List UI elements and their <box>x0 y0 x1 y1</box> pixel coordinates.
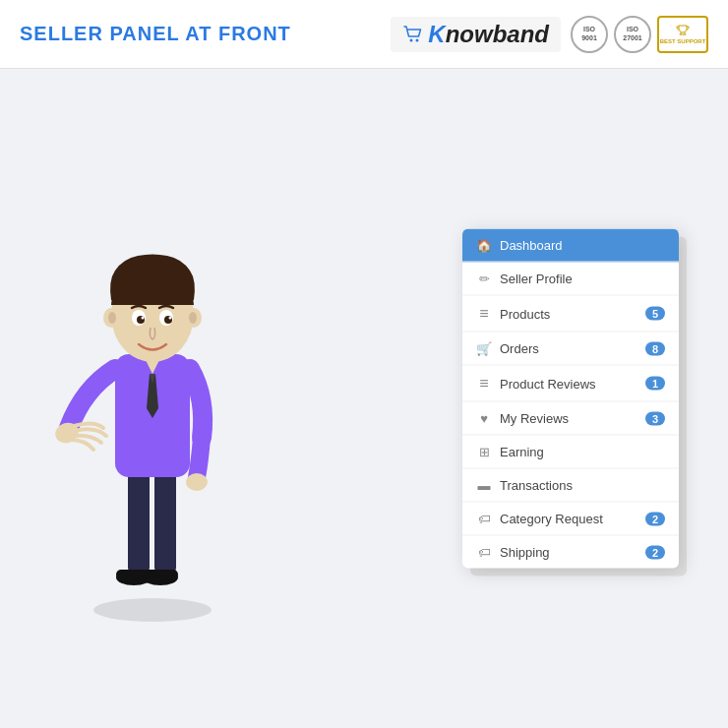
transactions-icon: ▬ <box>476 478 492 493</box>
main-content: 🏠Dashboard✏Seller Profile≡Products5🛒Orde… <box>0 69 728 728</box>
menu-item-label-transactions: Transactions <box>500 478 573 493</box>
svg-point-24 <box>108 312 116 324</box>
character-illustration <box>44 172 261 625</box>
menu-item-shipping[interactable]: 🏷Shipping2 <box>462 536 679 569</box>
best-support-badge: BEST SUPPORT <box>657 16 708 53</box>
svg-point-21 <box>142 317 145 320</box>
menu-item-seller-profile[interactable]: ✏Seller Profile <box>462 263 679 296</box>
products-icon: ≡ <box>476 305 492 323</box>
menu-item-label-my-reviews: My Reviews <box>500 411 569 426</box>
svg-rect-8 <box>143 570 178 579</box>
logo-area: Knowband ISO 9001 ISO 27001 BEST SUPPORT <box>391 16 708 53</box>
svg-point-0 <box>410 38 413 41</box>
menu-item-earning[interactable]: ⊞Earning <box>462 436 679 469</box>
menu-item-badge-shipping: 2 <box>645 545 665 559</box>
svg-rect-4 <box>154 467 176 576</box>
menu-item-left-earning: ⊞Earning <box>476 445 544 459</box>
menu-item-label-products: Products <box>500 306 550 321</box>
seller-panel-card: 🏠Dashboard✏Seller Profile≡Products5🛒Orde… <box>462 229 679 569</box>
menu-item-label-earning: Earning <box>500 445 544 459</box>
menu-item-left-transactions: ▬Transactions <box>476 478 573 493</box>
menu-item-badge-product-reviews: 1 <box>645 377 665 391</box>
menu-item-left-shipping: 🏷Shipping <box>476 545 550 560</box>
menu-item-badge-my-reviews: 3 <box>645 411 665 425</box>
page-title: SELLER PANEL AT FRONT <box>20 23 291 45</box>
menu-item-badge-orders: 8 <box>645 341 665 355</box>
category-request-icon: 🏷 <box>476 512 492 526</box>
menu-item-label-seller-profile: Seller Profile <box>500 272 573 286</box>
menu-item-left-seller-profile: ✏Seller Profile <box>476 272 573 286</box>
logo-k: K <box>428 21 445 48</box>
cart-icon <box>402 24 424 45</box>
iso-badges: ISO 9001 ISO 27001 BEST SUPPORT <box>571 16 708 53</box>
menu-item-label-dashboard: Dashboard <box>500 238 563 253</box>
svg-point-26 <box>189 312 197 324</box>
menu-item-dashboard[interactable]: 🏠Dashboard <box>462 229 679 263</box>
menu-item-left-product-reviews: ≡Product Reviews <box>476 375 596 393</box>
menu-item-label-category-request: Category Request <box>500 512 603 526</box>
shipping-icon: 🏷 <box>476 545 492 560</box>
product-reviews-icon: ≡ <box>476 375 492 393</box>
menu-item-products[interactable]: ≡Products5 <box>462 296 679 333</box>
menu-item-left-products: ≡Products <box>476 305 550 323</box>
menu-item-label-orders: Orders <box>500 341 539 356</box>
earning-icon: ⊞ <box>476 445 492 459</box>
menu-item-badge-products: 5 <box>645 307 665 321</box>
menu-item-label-shipping: Shipping <box>500 545 550 560</box>
trophy-icon <box>676 24 690 37</box>
svg-point-2 <box>93 598 212 622</box>
menu-item-my-reviews[interactable]: ♥My Reviews3 <box>462 402 679 436</box>
svg-point-1 <box>416 38 419 41</box>
header: SELLER PANEL AT FRONT Knowband ISO 9001 … <box>0 0 728 69</box>
iso-9001-badge: ISO 9001 <box>571 16 608 53</box>
svg-rect-3 <box>128 467 150 576</box>
menu-item-badge-category-request: 2 <box>645 512 665 525</box>
menu-item-transactions[interactable]: ▬Transactions <box>462 469 679 503</box>
svg-point-22 <box>169 317 172 320</box>
menu-item-orders[interactable]: 🛒Orders8 <box>462 333 679 366</box>
orders-icon: 🛒 <box>476 341 492 356</box>
menu-item-product-reviews[interactable]: ≡Product Reviews1 <box>462 366 679 402</box>
character-area <box>0 69 305 728</box>
menu-item-label-product-reviews: Product Reviews <box>500 376 596 391</box>
logo-text: nowband <box>446 21 549 48</box>
my-reviews-icon: ♥ <box>476 411 492 426</box>
menu-item-left-dashboard: 🏠Dashboard <box>476 238 563 253</box>
knowband-logo: Knowband <box>391 17 561 52</box>
seller-profile-icon: ✏ <box>476 272 492 286</box>
menu-item-left-orders: 🛒Orders <box>476 341 539 356</box>
dashboard-icon: 🏠 <box>476 238 492 253</box>
svg-point-14 <box>186 473 208 491</box>
iso-27001-badge: ISO 27001 <box>614 16 651 53</box>
menu-item-left-category-request: 🏷Category Request <box>476 512 603 526</box>
menu-item-left-my-reviews: ♥My Reviews <box>476 411 569 426</box>
panel-menu: 🏠Dashboard✏Seller Profile≡Products5🛒Orde… <box>462 229 679 569</box>
menu-item-category-request[interactable]: 🏷Category Request2 <box>462 503 679 536</box>
